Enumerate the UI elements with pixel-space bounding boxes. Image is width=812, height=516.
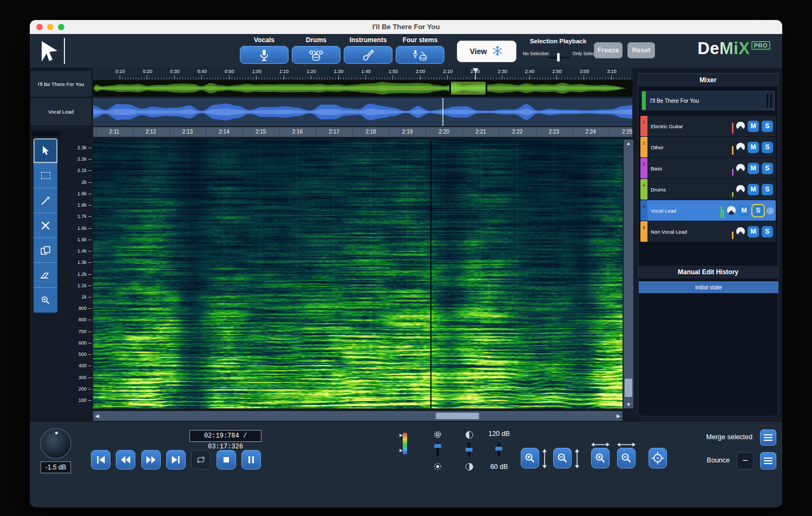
pan-knob[interactable] bbox=[736, 143, 745, 151]
pan-knob[interactable] bbox=[736, 227, 745, 236]
pause-button[interactable] bbox=[241, 450, 261, 469]
horizontal-scrollbar[interactable]: ◀ ▶ bbox=[93, 411, 623, 421]
mixer-track-bass[interactable]: 3BassMS bbox=[640, 158, 776, 178]
minimize-button[interactable] bbox=[47, 24, 54, 30]
toolbar-divider bbox=[64, 38, 65, 64]
track-color-tab: 4 bbox=[640, 179, 647, 200]
view-button[interactable]: View bbox=[457, 41, 516, 62]
skip-to-start-button[interactable] bbox=[91, 450, 110, 469]
solo-button[interactable]: S bbox=[762, 142, 773, 153]
mixer-track-other[interactable]: 2OtherMS bbox=[640, 137, 776, 157]
solo-button[interactable]: S bbox=[762, 226, 773, 237]
solo-button[interactable]: S bbox=[752, 205, 764, 216]
master-track-row[interactable]: I'll Be There For You bbox=[641, 91, 775, 110]
rewind-button[interactable] bbox=[116, 450, 135, 469]
stop-button[interactable] bbox=[217, 450, 236, 469]
tool-panel bbox=[34, 138, 57, 313]
pan-knob[interactable] bbox=[736, 185, 745, 194]
magic-wand-tool[interactable] bbox=[34, 188, 57, 213]
ruler-separator bbox=[96, 127, 96, 137]
mute-button[interactable]: M bbox=[748, 163, 759, 174]
mute-button[interactable]: M bbox=[748, 184, 759, 195]
pointer-tool[interactable] bbox=[34, 138, 57, 163]
scroll-up-icon[interactable]: ▲ bbox=[624, 141, 633, 146]
selection-playback-slider[interactable] bbox=[548, 53, 569, 62]
bounce-remove-button[interactable]: − bbox=[737, 452, 754, 469]
mute-button[interactable]: M bbox=[748, 121, 759, 132]
mixer-track-vocal-lead[interactable]: 5Vocal LeadMS◎ bbox=[640, 200, 776, 221]
vertical-scroll-thumb[interactable] bbox=[625, 379, 632, 397]
spectrogram-gain-slider[interactable] bbox=[436, 442, 439, 457]
fast-forward-button[interactable] bbox=[141, 450, 161, 469]
scroll-left-icon[interactable]: ◀ bbox=[95, 413, 99, 419]
mixer-track-electric-guitar[interactable]: 1Electric GuitarMS bbox=[640, 116, 776, 136]
guitar-icon[interactable] bbox=[344, 46, 392, 64]
freq-tick-mark bbox=[88, 240, 91, 240]
slider-handle[interactable] bbox=[434, 444, 441, 448]
contrast-slider[interactable] bbox=[468, 442, 470, 457]
bounce-menu-button[interactable] bbox=[760, 452, 776, 469]
settings-gear-icon[interactable] bbox=[433, 430, 442, 439]
mixer-track-non-vocal-lead[interactable]: 6Non Vocal LeadMS bbox=[640, 221, 776, 242]
stem-label: Drums bbox=[306, 36, 326, 45]
horizontal-scroll-thumb[interactable] bbox=[436, 413, 479, 419]
maximize-button[interactable] bbox=[58, 24, 64, 30]
eraser-tool[interactable] bbox=[34, 263, 57, 288]
contrast-left-icon[interactable] bbox=[464, 430, 474, 439]
vertical-scrollbar[interactable]: ▲ ▼ bbox=[624, 140, 633, 408]
harmonic-cut-tool[interactable] bbox=[34, 213, 57, 238]
zoom-in-horizontal-button[interactable] bbox=[591, 448, 610, 468]
freq-tick-label: 1.7k bbox=[77, 214, 87, 219]
mute-button[interactable]: M bbox=[748, 142, 759, 153]
contrast-right-icon[interactable] bbox=[464, 462, 474, 471]
reset-zoom-button[interactable] bbox=[649, 448, 667, 468]
skip-to-end-button[interactable] bbox=[166, 450, 186, 469]
close-button[interactable] bbox=[36, 24, 43, 30]
tool-panel-handle[interactable] bbox=[31, 131, 61, 136]
freq-tick-mark bbox=[88, 343, 91, 343]
solo-button[interactable]: S bbox=[762, 184, 773, 195]
mixer-track-drums[interactable]: 4DrumsMS bbox=[640, 179, 776, 200]
solo-button[interactable]: S bbox=[762, 163, 773, 174]
song-overview-waveform[interactable] bbox=[93, 80, 632, 96]
mic-and-drum-icon[interactable] bbox=[396, 46, 444, 64]
volume-knob[interactable] bbox=[40, 428, 71, 459]
slider-knob[interactable] bbox=[557, 53, 560, 62]
timeline-ruler[interactable]: 0:100:200:300:400:501:001:101:201:301:40… bbox=[93, 68, 632, 80]
pan-knob[interactable] bbox=[736, 122, 745, 130]
stem-group-instruments: Instruments bbox=[342, 36, 394, 64]
mute-button[interactable]: M bbox=[748, 226, 759, 237]
zoom-tool[interactable] bbox=[34, 288, 57, 313]
scroll-down-icon[interactable]: ▼ bbox=[624, 402, 633, 407]
spectrogram-time-ruler[interactable]: 2:102:112:122:132:142:152:162:172:182:19… bbox=[93, 127, 632, 137]
slider-handle[interactable] bbox=[466, 448, 473, 452]
ruler-tick: 2:10 bbox=[438, 69, 457, 74]
scroll-right-icon[interactable]: ▶ bbox=[617, 413, 620, 419]
slider-handle[interactable] bbox=[495, 447, 502, 451]
clone-tool[interactable] bbox=[34, 238, 57, 263]
db-range-slider[interactable] bbox=[497, 442, 500, 457]
drum-kit-icon[interactable] bbox=[292, 46, 340, 64]
pan-knob[interactable] bbox=[736, 164, 745, 173]
solo-button[interactable]: S bbox=[762, 121, 773, 132]
marquee-selection-tool[interactable] bbox=[34, 163, 57, 188]
color-scale-slider[interactable] bbox=[403, 433, 407, 454]
spectrogram-view[interactable] bbox=[93, 140, 623, 408]
vocal-lead-waveform[interactable] bbox=[93, 98, 632, 126]
focus-track-icon[interactable]: ◎ bbox=[767, 206, 774, 215]
pan-knob[interactable] bbox=[727, 206, 736, 215]
color-scale-handle[interactable] bbox=[400, 434, 403, 437]
history-item[interactable]: initial state bbox=[639, 281, 778, 293]
loop-button[interactable] bbox=[191, 450, 211, 469]
merge-menu-button[interactable] bbox=[760, 429, 776, 446]
zoom-out-horizontal-button[interactable] bbox=[617, 448, 636, 468]
brightness-sun-icon[interactable] bbox=[433, 462, 442, 471]
microphone-icon[interactable] bbox=[240, 46, 289, 64]
freeze-button[interactable]: Freeze bbox=[594, 42, 623, 58]
reset-button[interactable]: Reset bbox=[627, 42, 655, 58]
zoom-in-vertical-button[interactable] bbox=[521, 448, 539, 468]
zoom-out-vertical-button[interactable] bbox=[553, 448, 572, 468]
mute-button[interactable]: M bbox=[738, 205, 750, 216]
freq-tick-label: 1.4k bbox=[77, 248, 87, 254]
color-scale-handle[interactable] bbox=[400, 449, 403, 452]
